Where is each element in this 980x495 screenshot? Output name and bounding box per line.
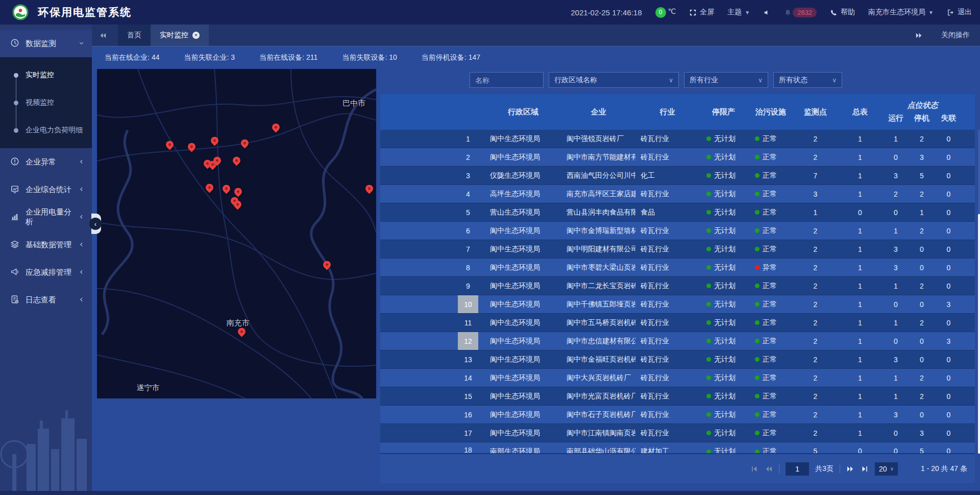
sidebar-item-data-monitoring[interactable]: 数据监测 [0, 30, 92, 57]
table-row[interactable]: 10阆中生态环境局阆中千佛镇五郎垭页岩砖瓦行业无计划正常21003 [380, 295, 975, 314]
tab-scroll-right-button[interactable] [908, 32, 930, 39]
table-row[interactable]: 4高坪生态环境局南充市高坪区王家店建砖瓦行业无计划正常31220 [380, 185, 975, 203]
cell-running: 3 [883, 411, 909, 419]
alert-icon [10, 157, 19, 168]
pagination-bar: 共3页 20∨ 1 - [380, 454, 975, 483]
cell-total-meter: 1 [837, 172, 883, 180]
table-row[interactable]: 6阆中生态环境局阆中市金博瑞新型墙材砖瓦行业无计划正常21120 [380, 222, 975, 240]
sidebar-item-enterprise-statistics[interactable]: 企业综合统计 [0, 176, 92, 203]
stat-label: 当前失联设备: [342, 53, 387, 61]
temperature-unit: ℃ [668, 7, 676, 15]
map-pin[interactable] [211, 136, 219, 148]
cell-disconnected: 0 [935, 264, 962, 272]
help-button[interactable]: 帮助 [830, 8, 855, 17]
tab-scroll-left-button[interactable] [92, 25, 114, 46]
page-number-input[interactable] [786, 462, 809, 476]
status-filter-select[interactable]: 所有状态∨ [773, 72, 842, 88]
pin-icon [204, 182, 215, 193]
name-filter-input[interactable] [470, 72, 544, 88]
cell-industry: 砖瓦行业 [635, 134, 699, 144]
sidebar-item-emergency-reduction[interactable]: 应急减排管理 [0, 258, 92, 286]
pin-icon [209, 135, 220, 146]
cell-company: 阆中市南方节能建材有 [561, 153, 635, 162]
cell-index: 11 [380, 314, 485, 332]
map-pin[interactable] [241, 139, 249, 150]
bell-icon [784, 9, 792, 16]
table-row[interactable]: 9阆中生态环境局阆中市二龙长宝页岩砖砖瓦行业无计划正常21120 [380, 277, 975, 295]
sidebar-collapse-handle[interactable]: ‹ [91, 214, 101, 234]
prev-page-button[interactable] [765, 465, 773, 473]
sidebar-nav: 数据监测实时监控视频监控企业电力负荷明细企业异常企业综合统计企业用电量分析基础数… [0, 25, 92, 314]
map-pin[interactable] [223, 185, 231, 196]
map-pin[interactable] [213, 157, 222, 168]
map-pin[interactable] [233, 157, 241, 168]
table-row[interactable]: 15阆中生态环境局阆中市光富页岩机砖厂砖瓦行业无计划正常21120 [380, 387, 975, 406]
sidebar-item-label: 企业综合统计 [26, 185, 72, 195]
notification-button[interactable]: 2632 [784, 8, 817, 17]
cell-index: 5 [380, 203, 485, 221]
table-row[interactable]: 3仪陇生态环境局西南油气田分公司川中化工无计划正常71350 [380, 167, 975, 185]
map[interactable]: 巴中市南充市遂宁市 [97, 69, 376, 398]
fullscreen-button[interactable]: 全屏 [689, 8, 714, 17]
table-scrollbar-thumb[interactable] [978, 214, 980, 454]
cell-stopped: 0 [909, 264, 935, 272]
close-icon[interactable]: ✕ [192, 32, 200, 39]
cell-production-limit: 无计划 [699, 442, 748, 454]
map-pin[interactable] [234, 201, 242, 212]
status-dot-icon [706, 284, 711, 288]
next-page-button[interactable] [846, 465, 854, 473]
table-row[interactable]: 16阆中生态环境局阆中市石子页岩机砖厂砖瓦行业无计划正常21300 [380, 406, 975, 424]
map-pin[interactable] [238, 328, 246, 339]
cell-production-limit: 无计划 [699, 245, 748, 254]
status-dot-icon [755, 357, 760, 362]
theme-dropdown[interactable]: 主题▼ [727, 8, 750, 17]
sidebar-item-log-view[interactable]: 日志查看 [0, 286, 92, 314]
map-pin[interactable] [166, 141, 174, 152]
industry-filter-select[interactable]: 所有行业∨ [684, 72, 768, 88]
map-pin[interactable] [272, 123, 280, 134]
table-row[interactable]: 5营山生态环境局营山县润丰肉食品有限食品无计划正常10010 [380, 203, 975, 222]
datetime-label: 2021-02-25 17:46:18 [571, 8, 642, 17]
table-row[interactable]: 2阆中生态环境局阆中市南方节能建材有砖瓦行业无计划正常21030 [380, 148, 975, 167]
sidebar-subitem-power-load-detail[interactable]: 企业电力负荷明细 [0, 116, 92, 144]
map-pin[interactable] [188, 143, 196, 154]
logout-button[interactable]: 退出 [947, 8, 972, 17]
sidebar-subitem-realtime-monitoring[interactable]: 实时监控 [0, 61, 92, 89]
page-size-select[interactable]: 20∨ [875, 462, 898, 476]
cell-region: 阆中生态环境局 [485, 318, 561, 327]
stat-label: 当前在线设备: [259, 53, 304, 61]
table-row[interactable]: 14阆中生态环境局阆中大兴页岩机砖厂砖瓦行业无计划正常21120 [380, 369, 975, 387]
mute-button[interactable] [763, 9, 771, 16]
cell-running: 1 [883, 282, 909, 290]
first-page-button[interactable] [750, 465, 758, 473]
table-row[interactable]: 12阆中生态环境局阆中市忠信建材有限公砖瓦行业无计划正常21003 [380, 332, 975, 350]
table-row[interactable]: 13阆中生态环境局阆中市金福旺页岩机砖砖瓦行业无计划正常21300 [380, 350, 975, 369]
cell-company: 阆中市光富页岩机砖厂 [561, 392, 635, 401]
tab-home[interactable]: 首页 [118, 25, 151, 46]
map-pin[interactable] [323, 261, 331, 272]
sidebar-item-base-data-management[interactable]: 基础数据管理 [0, 231, 92, 258]
cell-pollution-facility: 正常 [748, 190, 794, 199]
map-pin[interactable] [365, 184, 374, 196]
map-pin[interactable] [206, 183, 214, 195]
cell-industry: 砖瓦行业 [635, 190, 699, 199]
table-row[interactable]: 11阆中生态环境局阆中市五马桥页岩机砖砖瓦行业无计划正常21120 [380, 314, 975, 332]
organization-dropdown[interactable]: 南充市生态环境局▼ [868, 8, 934, 17]
table-row[interactable]: 17阆中生态环境局阆中市江南镇阆南页岩砖瓦行业无计划正常21030 [380, 424, 975, 442]
last-page-button[interactable] [861, 465, 869, 473]
sidebar-subitem-video-monitoring[interactable]: 视频监控 [0, 89, 92, 116]
table-row[interactable]: 8阆中生态环境局阆中市枣碧大梁山页岩砖瓦行业无计划异常21300 [380, 258, 975, 277]
table-row[interactable]: 18南部生态环境局南部县础华山沥有限公建材加工无计划正常50050 [380, 442, 975, 454]
sidebar-item-enterprise-abnormal[interactable]: 企业异常 [0, 148, 92, 176]
table-row[interactable]: 7阆中生态环境局阆中明阳建材有限公司砖瓦行业无计划正常21300 [380, 240, 975, 258]
status-dot-icon [755, 284, 760, 288]
region-filter-select[interactable]: 行政区域名称∨ [549, 72, 679, 88]
pin-icon [364, 183, 375, 194]
sidebar-item-power-usage-analysis[interactable]: 企业用电量分析 [0, 203, 92, 231]
cell-industry: 化工 [635, 171, 699, 180]
cell-disconnected: 0 [935, 153, 962, 161]
cell-running: 1 [883, 374, 909, 382]
tab-realtime-monitoring[interactable]: 实时监控✕ [151, 25, 209, 46]
close-operations-button[interactable]: 关闭操作 [941, 31, 970, 40]
table-row[interactable]: 1阆中生态环境局阆中强锐页岩砖厂砖瓦行业无计划正常21120 [380, 130, 975, 148]
